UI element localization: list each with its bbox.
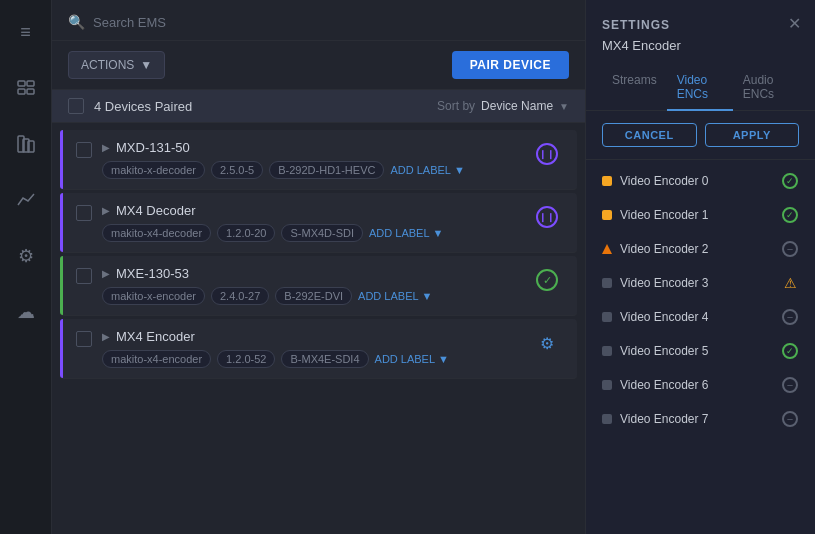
- device-status: ⚙: [533, 329, 561, 357]
- svg-rect-3: [27, 89, 34, 94]
- encoder-indicator: [602, 244, 612, 254]
- minus-status-icon: −: [782, 377, 798, 393]
- settings-title: SETTINGS: [586, 0, 815, 36]
- sort-value: Device Name: [481, 99, 553, 113]
- analytics-icon[interactable]: [12, 130, 40, 158]
- gear-icon: ⚙: [536, 332, 558, 354]
- settings-panel: ✕ SETTINGS MX4 Encoder StreamsVideo ENCs…: [585, 0, 815, 534]
- check-status-icon: ✓: [782, 343, 798, 359]
- encoder-indicator: [602, 414, 612, 424]
- device-tags: makito-x-encoder2.4.0-27B-292E-DVI ADD L…: [102, 287, 533, 305]
- device-tag: B-292E-DVI: [275, 287, 352, 305]
- cloud-icon[interactable]: ☁: [12, 298, 40, 326]
- device-checkbox[interactable]: [76, 268, 92, 284]
- encoder-status: ✓: [781, 206, 799, 224]
- expand-arrow-icon[interactable]: ▶: [102, 205, 110, 216]
- tab-audio-encs[interactable]: Audio ENCs: [733, 65, 799, 111]
- device-tag: 1.2.0-52: [217, 350, 275, 368]
- chart-icon[interactable]: [12, 186, 40, 214]
- chevron-down-icon: ▼: [140, 58, 152, 72]
- encoder-item[interactable]: Video Encoder 3 ⚠: [586, 266, 815, 300]
- cancel-button[interactable]: CANCEL: [602, 123, 697, 147]
- device-tag: 1.2.0-20: [217, 224, 275, 242]
- settings-icon[interactable]: ⚙: [12, 242, 40, 270]
- svg-rect-0: [18, 81, 25, 86]
- add-label-button[interactable]: ADD LABEL ▼: [358, 290, 432, 302]
- encoder-indicator: [602, 380, 612, 390]
- check-icon: ✓: [536, 269, 558, 291]
- device-tags: makito-x4-decoder1.2.0-20S-MX4D-SDI ADD …: [102, 224, 533, 242]
- device-info: ▶ MX4 Encoder makito-x4-encoder1.2.0-52B…: [102, 329, 533, 368]
- tab-streams[interactable]: Streams: [602, 65, 667, 111]
- encoder-name: Video Encoder 5: [620, 344, 773, 358]
- panel-actions: CANCEL APPLY: [586, 111, 815, 160]
- encoder-list: Video Encoder 0 ✓ Video Encoder 1 ✓ Vide…: [586, 160, 815, 534]
- settings-subtitle: MX4 Encoder: [586, 36, 815, 65]
- encoder-name: Video Encoder 1: [620, 208, 773, 222]
- device-item: ▶ MXE-130-53 makito-x-encoder2.4.0-27B-2…: [60, 256, 577, 316]
- encoder-item[interactable]: Video Encoder 6 −: [586, 368, 815, 402]
- device-header: ▶ MXE-130-53: [102, 266, 533, 281]
- device-tag: S-MX4D-SDI: [281, 224, 363, 242]
- chevron-down-icon: ▼: [433, 227, 444, 239]
- encoder-name: Video Encoder 6: [620, 378, 773, 392]
- device-name: MXE-130-53: [116, 266, 189, 281]
- encoder-indicator: [602, 176, 612, 186]
- sort-by-label: Sort by: [437, 99, 475, 113]
- actions-button[interactable]: ACTIONS ▼: [68, 51, 165, 79]
- encoder-item[interactable]: Video Encoder 5 ✓: [586, 334, 815, 368]
- device-info: ▶ MXE-130-53 makito-x-encoder2.4.0-27B-2…: [102, 266, 533, 305]
- encoder-status: −: [781, 308, 799, 326]
- device-tag: makito-x4-encoder: [102, 350, 211, 368]
- encoder-item[interactable]: Video Encoder 0 ✓: [586, 164, 815, 198]
- device-info: ▶ MX4 Decoder makito-x4-decoder1.2.0-20S…: [102, 203, 533, 242]
- list-header: 4 Devices Paired Sort by Device Name ▼: [52, 90, 585, 123]
- device-checkbox[interactable]: [76, 331, 92, 347]
- device-status: ✓: [533, 266, 561, 294]
- chevron-down-icon: ▼: [454, 164, 465, 176]
- encoder-item[interactable]: Video Encoder 1 ✓: [586, 198, 815, 232]
- device-name: MX4 Encoder: [116, 329, 195, 344]
- sort-by[interactable]: Sort by Device Name ▼: [437, 99, 569, 113]
- encoder-status: −: [781, 376, 799, 394]
- pause-icon: ❙❙: [536, 143, 558, 165]
- devices-count: 4 Devices Paired: [94, 99, 437, 114]
- device-tag: 2.4.0-27: [211, 287, 269, 305]
- panel-tabs: StreamsVideo ENCsAudio ENCs: [586, 65, 815, 111]
- add-label-button[interactable]: ADD LABEL ▼: [390, 164, 464, 176]
- search-input[interactable]: [93, 15, 293, 30]
- expand-arrow-icon[interactable]: ▶: [102, 268, 110, 279]
- add-label-button[interactable]: ADD LABEL ▼: [369, 227, 443, 239]
- encoder-item[interactable]: Video Encoder 2 −: [586, 232, 815, 266]
- sort-chevron-icon: ▼: [559, 101, 569, 112]
- device-header: ▶ MX4 Encoder: [102, 329, 533, 344]
- device-tag: B-292D-HD1-HEVC: [269, 161, 384, 179]
- pause-icon: ❙❙: [536, 206, 558, 228]
- devices-icon[interactable]: [12, 74, 40, 102]
- device-tag: makito-x4-decoder: [102, 224, 211, 242]
- encoder-status: −: [781, 410, 799, 428]
- add-label-button[interactable]: ADD LABEL ▼: [375, 353, 449, 365]
- search-icon: 🔍: [68, 14, 85, 30]
- check-status-icon: ✓: [782, 207, 798, 223]
- device-tag: 2.5.0-5: [211, 161, 263, 179]
- device-checkbox[interactable]: [76, 205, 92, 221]
- tab-video-encs[interactable]: Video ENCs: [667, 65, 733, 111]
- expand-arrow-icon[interactable]: ▶: [102, 331, 110, 342]
- device-tags: makito-x4-encoder1.2.0-52B-MX4E-SDI4 ADD…: [102, 350, 533, 368]
- encoder-item[interactable]: Video Encoder 4 −: [586, 300, 815, 334]
- encoder-name: Video Encoder 7: [620, 412, 773, 426]
- menu-icon[interactable]: ≡: [12, 18, 40, 46]
- device-checkbox[interactable]: [76, 142, 92, 158]
- encoder-name: Video Encoder 3: [620, 276, 773, 290]
- check-status-icon: ✓: [782, 173, 798, 189]
- apply-button[interactable]: APPLY: [705, 123, 800, 147]
- encoder-item[interactable]: Video Encoder 7 −: [586, 402, 815, 436]
- pair-device-button[interactable]: PAIR DEVICE: [452, 51, 569, 79]
- close-icon[interactable]: ✕: [788, 14, 801, 33]
- device-name: MXD-131-50: [116, 140, 190, 155]
- chevron-down-icon: ▼: [438, 353, 449, 365]
- encoder-name: Video Encoder 4: [620, 310, 773, 324]
- expand-arrow-icon[interactable]: ▶: [102, 142, 110, 153]
- select-all-checkbox[interactable]: [68, 98, 84, 114]
